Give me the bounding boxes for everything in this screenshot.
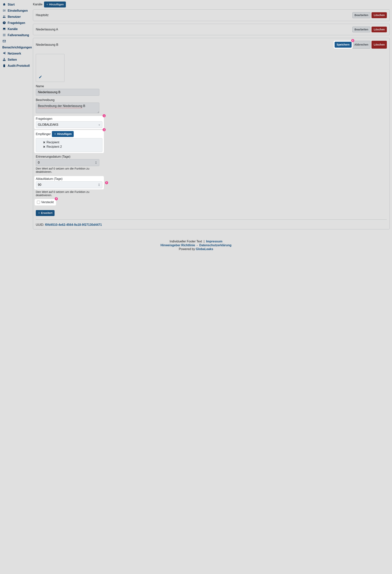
sidebar-item-label: Kanäle xyxy=(8,27,18,31)
questionnaire-select[interactable]: GLOBALEAKS xyxy=(36,121,103,128)
list-icon xyxy=(2,33,6,38)
sidebar-item-settings[interactable]: Einstellungen xyxy=(2,8,31,14)
plus-icon xyxy=(54,132,56,136)
recipient-name: Recipient 2 xyxy=(46,145,62,148)
channel-title: Niederlassung B xyxy=(36,43,58,46)
sidebar-item-case-mgmt[interactable]: Fallverwaltung xyxy=(2,32,31,38)
button-label: Hinzufügen xyxy=(57,132,72,136)
recipients-label: Empfänger xyxy=(36,132,51,136)
page-title: Kanäle xyxy=(33,3,42,6)
sidebar-item-channels[interactable]: Kanäle xyxy=(2,26,31,32)
button-label: Hinzufügen xyxy=(49,3,64,6)
sidebar-item-users[interactable]: Benutzer xyxy=(2,14,31,20)
step-badge-2: 2 xyxy=(103,128,106,131)
footer-policy-link[interactable]: Hinweisgeber Richtlinie xyxy=(161,244,195,247)
remove-recipient-icon[interactable]: ✕ xyxy=(43,145,45,149)
image-upload-box[interactable] xyxy=(36,54,64,82)
laptop-icon xyxy=(2,27,6,31)
questionnaire-label: Fragebogen xyxy=(36,117,103,121)
envelope-icon xyxy=(2,39,6,44)
uuid-label: UUID: xyxy=(36,223,45,226)
edit-button[interactable]: Bearbeiten xyxy=(352,12,370,18)
description-text-tail: B xyxy=(82,104,85,107)
sidebar-item-audit[interactable]: Audit-Protokoll xyxy=(2,63,31,69)
share-icon xyxy=(2,51,6,56)
sidebar-item-notifications[interactable]: Benachrichtigungen xyxy=(2,38,31,51)
sidebar-item-label: Start xyxy=(8,2,15,7)
users-icon xyxy=(2,15,6,19)
footer-privacy-link[interactable]: Datenschutzerklärung xyxy=(199,244,231,247)
reminder-hint: Den Wert auf 0 setzen um die Funktion zu… xyxy=(36,167,89,173)
expiry-hint: Den Wert auf 0 setzen um die Funktion zu… xyxy=(36,190,89,197)
recipient-item: ✕ Recipient xyxy=(38,140,100,145)
sliders-icon xyxy=(2,8,6,13)
sidebar-item-label: Benachrichtigungen xyxy=(2,45,31,50)
hidden-checkbox-row[interactable]: Versteckt xyxy=(36,200,55,205)
step-badge-1: 1 xyxy=(103,114,106,117)
name-label: Name xyxy=(36,84,99,88)
sidebar-item-pages[interactable]: Seiten xyxy=(2,57,31,63)
delete-button[interactable]: Löschen xyxy=(371,27,387,33)
footer-powered-text: Powered by xyxy=(179,247,196,251)
sidebar-item-label: Seiten xyxy=(8,57,17,62)
question-icon xyxy=(2,21,6,25)
delete-button[interactable]: Löschen xyxy=(371,41,387,49)
add-recipient-button[interactable]: Hinzufügen xyxy=(52,131,74,137)
main-content: Kanäle Hinzufügen Hauptsitz Bearbeiten L… xyxy=(33,1,390,232)
recipient-name: Recipient xyxy=(46,141,59,144)
page-header: Kanäle Hinzufügen xyxy=(33,1,390,7)
footer: Individueller Footer Text | Impressum Hi… xyxy=(0,234,392,255)
save-highlight: 5 Speichern xyxy=(334,41,353,49)
footer-separator: - xyxy=(197,244,198,247)
plus-icon xyxy=(46,3,48,6)
description-label: Beschreibung xyxy=(36,98,99,102)
sidebar-item-label: Fallverwaltung xyxy=(8,33,29,38)
questionnaire-highlight: 1 Fragebogen GLOBALEAKS xyxy=(34,116,104,129)
sidebar-item-questionnaires[interactable]: Fragebögen xyxy=(2,20,31,26)
expiry-highlight: 3 Ablaufdatum (Tage) ▲▼ xyxy=(34,176,104,189)
home-icon xyxy=(2,2,6,7)
expiry-input[interactable] xyxy=(36,181,103,188)
description-input[interactable]: Beschreibung der Niederlassung B xyxy=(36,102,99,113)
sidebar-item-label: Fragebögen xyxy=(8,21,25,25)
channel-title: Niederlassung A xyxy=(36,28,58,31)
footer-brand-link[interactable]: GlobaLeaks xyxy=(196,247,213,251)
cancel-button[interactable]: Abbrechen xyxy=(352,41,370,49)
sidebar-item-label: Einstellungen xyxy=(8,8,28,13)
uuid-link[interactable]: f0fd4510-4e62-4564-9a18-9f27130d4471 xyxy=(45,223,102,226)
add-channel-button[interactable]: Hinzufügen xyxy=(44,1,66,7)
sidebar-item-label: Audit-Protokoll xyxy=(8,63,30,68)
channel-card: Hauptsitz Bearbeiten Löschen xyxy=(33,9,390,21)
description-text: Beschreibung der Niederlassung xyxy=(38,104,82,107)
reminder-input[interactable] xyxy=(36,159,99,166)
footer-impressum-link[interactable]: Impressum xyxy=(206,240,222,243)
hidden-label: Versteckt xyxy=(41,201,54,204)
recipients-highlight: 2 Empfänger Hinzufügen ✕ Recipient xyxy=(34,130,104,153)
hidden-highlight: 4 Versteckt xyxy=(35,199,56,205)
save-button[interactable]: Speichern xyxy=(335,42,352,48)
recipient-item: ✕ Recipient 2 xyxy=(38,145,100,149)
sidebar-item-label: Netzwerk xyxy=(8,51,21,56)
edit-icon[interactable] xyxy=(39,75,42,79)
plus-icon xyxy=(38,211,40,215)
sitemap-icon xyxy=(2,57,6,62)
stepper-icon[interactable]: ▲▼ xyxy=(95,161,98,164)
sidebar-item-label: Benutzer xyxy=(8,15,21,19)
advanced-button[interactable]: Erweitert xyxy=(36,210,55,216)
reminder-label: Erinnerungsdatum (Tage) xyxy=(36,155,74,158)
recipients-box: ✕ Recipient ✕ Recipient 2 xyxy=(36,138,103,152)
footer-separator: | xyxy=(204,240,205,243)
edit-button[interactable]: Bearbeiten xyxy=(352,27,370,33)
remove-recipient-icon[interactable]: ✕ xyxy=(43,141,45,144)
sidebar: Start Einstellungen Benutzer Fragebögen … xyxy=(2,1,31,232)
footer-custom-text: Individueller Footer Text xyxy=(170,240,202,243)
expiry-label: Ablaufdatum (Tage) xyxy=(36,177,103,181)
button-label: Erweitert xyxy=(41,211,52,215)
channel-card: Niederlassung A Bearbeiten Löschen xyxy=(33,24,390,35)
hidden-checkbox[interactable] xyxy=(37,201,40,204)
delete-button[interactable]: Löschen xyxy=(371,12,387,18)
name-input[interactable] xyxy=(36,89,99,96)
stepper-icon[interactable]: ▲▼ xyxy=(98,183,101,187)
sidebar-item-start[interactable]: Start xyxy=(2,1,31,8)
sidebar-item-network[interactable]: Netzwerk xyxy=(2,51,31,57)
